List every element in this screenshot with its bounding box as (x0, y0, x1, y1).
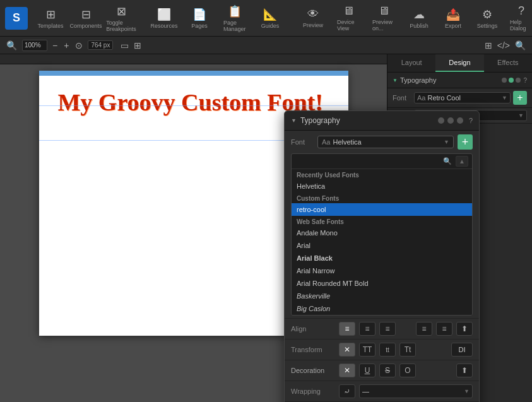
zoom-plus-btn[interactable]: + (62, 40, 70, 50)
device-view-icon: 🖥 (343, 4, 354, 18)
align-justify-all-btn[interactable]: ≡ (436, 322, 452, 336)
float-dot-3 (457, 117, 463, 124)
device-view-btn[interactable]: 🖥 Device View (332, 2, 365, 34)
section-collapse-icon[interactable]: ▼ (393, 78, 398, 83)
frame-btn[interactable]: ▭ (119, 40, 130, 50)
zoom-search-btn[interactable]: 🔍 (5, 40, 18, 50)
device-view-label: Device View (337, 19, 360, 32)
decoration-extra-btn[interactable]: ⬆ (456, 364, 473, 377)
align-justify-btn[interactable]: ≡ (416, 322, 432, 336)
publish-btn[interactable]: ☁ Publish (403, 5, 435, 32)
dropdown-search-input[interactable] (295, 158, 440, 165)
dropdown-item-retro-cool[interactable]: retro-cool (292, 203, 472, 216)
wrapping-icon-btn[interactable]: ⤾ (339, 384, 355, 398)
pages-btn[interactable]: 📄 Pages (183, 5, 216, 32)
toggle-breakpoints-btn[interactable]: ⊠ Toggle Breakpoints (105, 2, 138, 35)
settings-icon: ⚙ (482, 8, 492, 21)
decoration-underline-btn[interactable]: U (359, 364, 375, 377)
tab-effects[interactable]: Effects (484, 54, 532, 72)
transform-upper-btn[interactable]: TT (359, 343, 375, 357)
dropdown-item-andale-mono[interactable]: Andale Mono (292, 227, 472, 239)
page-manager-btn[interactable]: 📋 Page Manager (218, 2, 251, 35)
export-btn[interactable]: 📤 Export (437, 5, 470, 32)
transform-cap-btn[interactable]: Tt (399, 343, 416, 357)
wrapping-label: Wrapping (291, 387, 335, 395)
float-dot-2 (447, 117, 454, 124)
preview-on-btn[interactable]: 🖥 Preview on... (367, 2, 400, 34)
tab-layout[interactable]: Layout (387, 54, 435, 72)
float-font-select[interactable]: Aa Helvetica ▼ (317, 136, 454, 148)
align-right-btn[interactable]: ≡ (379, 322, 396, 336)
wrapping-select[interactable]: — ▼ (359, 384, 473, 398)
toolbar-right: ☁ Publish 📤 Export ⚙ Settings ? Help Dia… (403, 2, 532, 34)
font-type-icon: Aa (417, 94, 425, 102)
grid-btn[interactable]: ⊞ (133, 40, 143, 50)
font-select-value: Retro Cool (427, 94, 500, 102)
transform-none-btn[interactable]: ✕ (339, 343, 355, 357)
page-manager-label: Page Manager (223, 20, 246, 32)
dropdown-item-baskerville[interactable]: Baskerville (292, 290, 472, 302)
logo[interactable]: S (5, 7, 28, 30)
section-help-btn[interactable]: ? (523, 77, 527, 84)
float-font-add-btn[interactable]: + (458, 134, 473, 150)
font-row: Font Aa Retro Cool ▼ + (387, 88, 532, 108)
float-font-label: Font (291, 138, 314, 146)
dropdown-item-arial-rounded[interactable]: Arial Rounded MT Bold (292, 277, 472, 290)
float-panel-header: ▼ Typography ? (285, 111, 479, 131)
components-btn[interactable]: ⊟ Components (69, 5, 102, 32)
page-title-bar (39, 71, 348, 76)
custom-fonts-label: Custom Fonts (292, 192, 472, 203)
resources-btn[interactable]: ⬜ Resources (148, 5, 180, 32)
guides-btn[interactable]: 📐 Guides (254, 5, 287, 32)
tab-design[interactable]: Design (435, 54, 483, 72)
code-btn[interactable]: </> (496, 40, 511, 50)
dropdown-item-arial[interactable]: Arial (292, 239, 472, 252)
decoration-overline-btn[interactable]: O (399, 364, 416, 377)
align-label: Align (291, 325, 335, 333)
help-dialog-btn[interactable]: ? Help Dialog (505, 2, 532, 34)
weight-arrow-icon: ▼ (518, 112, 524, 119)
preview-btn[interactable]: 👁 Preview (297, 5, 329, 31)
templates-icon: ⊞ (46, 8, 56, 21)
font-select[interactable]: Aa Retro Cool ▼ (414, 92, 511, 103)
float-collapse-icon[interactable]: ▼ (291, 117, 297, 124)
align-left-btn[interactable]: ≡ (339, 322, 355, 336)
publish-label: Publish (410, 23, 429, 29)
pages-icon: 📄 (192, 8, 206, 21)
transform-label: Transform (291, 346, 335, 353)
dropdown-item-helvetica[interactable]: Helvetica (292, 180, 472, 192)
guides-label: Guides (261, 23, 280, 29)
guides-icon: 📐 (263, 8, 277, 21)
float-dot-1 (438, 117, 444, 124)
dropdown-item-arial-black[interactable]: Arial Black (292, 252, 472, 264)
transform-input[interactable]: DI (451, 343, 473, 357)
float-help-btn[interactable]: ? (469, 117, 473, 124)
grid-view-btn[interactable]: ⊞ (483, 40, 494, 50)
zoom-fit-btn[interactable]: ⊙ (74, 40, 84, 50)
zoombar: 🔍 − + ⊙ 764 px ▭ ⊞ ⊞ </> 🔍 (0, 37, 532, 54)
dropdown-collapse-btn[interactable]: ▲ (456, 156, 468, 167)
zoom-minus-btn[interactable]: − (51, 40, 59, 50)
dot-1 (502, 78, 507, 83)
float-transform-row: Transform ✕ TT tt Tt DI (285, 339, 479, 360)
dropdown-item-arial-narrow[interactable]: Arial Narrow (292, 264, 472, 277)
publish-icon: ☁ (413, 8, 425, 21)
pages-label: Pages (191, 23, 208, 29)
align-center-btn[interactable]: ≡ (359, 322, 375, 336)
typography-label: Typography (400, 76, 436, 84)
templates-label: Templates (37, 23, 63, 29)
font-add-btn[interactable]: + (513, 91, 527, 105)
dot-3 (516, 78, 521, 83)
dropdown-item-big-caslon[interactable]: Big Caslon (292, 302, 472, 315)
transform-lower-btn[interactable]: tt (379, 343, 396, 357)
decoration-strike-btn[interactable]: S (379, 364, 396, 377)
align-extra-btn[interactable]: ⬆ (456, 322, 473, 336)
float-font-row: Font Aa Helvetica ▼ + (285, 131, 479, 153)
decoration-none-btn[interactable]: ✕ (339, 364, 355, 377)
components-icon: ⊟ (81, 8, 91, 21)
templates-btn[interactable]: ⊞ Templates (34, 5, 67, 32)
settings-btn[interactable]: ⚙ Settings (471, 5, 504, 32)
float-font-arrow-icon: ▼ (444, 139, 449, 145)
zoom-input[interactable] (22, 40, 47, 51)
search-all-btn[interactable]: 🔍 (514, 40, 527, 50)
